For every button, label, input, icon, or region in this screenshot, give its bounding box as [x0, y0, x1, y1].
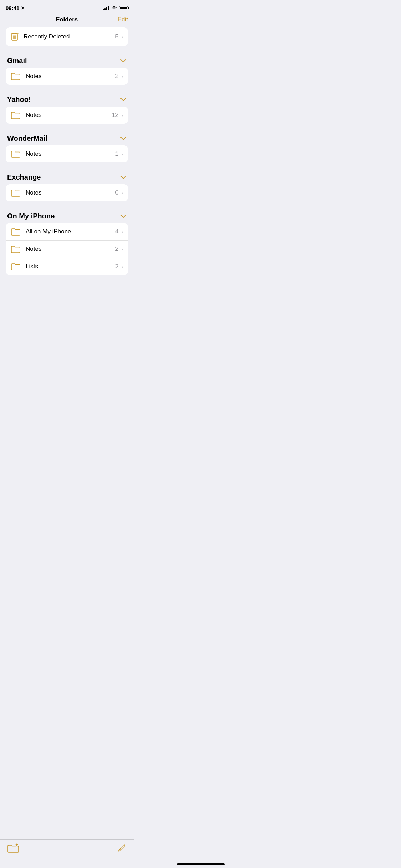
recently-deleted-label: Recently Deleted — [24, 33, 115, 40]
wondermail-chevron-icon — [120, 136, 127, 141]
yahoo-notes-item[interactable]: Notes 12 › — [6, 107, 128, 124]
yahoo-title: Yahoo! — [7, 95, 31, 104]
folder-icon — [11, 189, 21, 197]
on-my-iphone-title: On My iPhone — [7, 212, 55, 220]
all-on-my-iphone-label: All on My iPhone — [26, 228, 115, 235]
chevron-right-icon: › — [122, 151, 123, 157]
on-my-iphone-lists-item[interactable]: Lists 2 › — [6, 258, 128, 275]
on-my-iphone-notes-count: 2 — [115, 246, 118, 253]
location-icon: ➤ — [21, 6, 24, 10]
wondermail-notes-label: Notes — [26, 150, 115, 157]
gmail-header[interactable]: Gmail — [6, 53, 128, 68]
exchange-chevron-icon — [120, 175, 127, 180]
recently-deleted-card: Recently Deleted 5 › — [6, 27, 128, 46]
wondermail-notes-item[interactable]: Notes 1 › — [6, 145, 128, 162]
on-my-iphone-notes-item[interactable]: Notes 2 › — [6, 240, 128, 258]
wifi-icon — [111, 6, 117, 10]
page-title: Folders — [56, 16, 78, 23]
folder-icon — [11, 245, 21, 253]
gmail-notes-item[interactable]: Notes 2 › — [6, 68, 128, 85]
recently-deleted-count: 5 — [115, 33, 118, 40]
wondermail-title: WonderMail — [7, 134, 47, 143]
folder-icon — [11, 150, 21, 158]
wondermail-notes-count: 1 — [115, 150, 118, 157]
exchange-header[interactable]: Exchange — [6, 170, 128, 184]
recently-deleted-item[interactable]: Recently Deleted 5 › — [6, 27, 128, 46]
chevron-right-icon: › — [122, 34, 123, 40]
on-my-iphone-lists-label: Lists — [26, 263, 115, 270]
exchange-title: Exchange — [7, 173, 41, 181]
yahoo-header[interactable]: Yahoo! — [6, 92, 128, 107]
chevron-right-icon: › — [122, 113, 123, 118]
yahoo-notes-label: Notes — [26, 112, 112, 119]
gmail-folders-card: Notes 2 › — [6, 68, 128, 85]
status-icons — [103, 6, 128, 10]
exchange-section: Exchange Notes 0 › — [6, 170, 128, 201]
wondermail-folders-card: Notes 1 › — [6, 145, 128, 162]
exchange-notes-count: 0 — [115, 189, 118, 196]
folder-icon — [11, 263, 21, 270]
battery-icon — [119, 6, 128, 10]
status-time: 09:41 ➤ — [6, 5, 24, 11]
gmail-chevron-icon — [120, 59, 127, 63]
exchange-folders-card: Notes 0 › — [6, 184, 128, 201]
wondermail-header[interactable]: WonderMail — [6, 131, 128, 145]
folder-icon — [11, 111, 21, 119]
on-my-iphone-folders-card: All on My iPhone 4 › Notes 2 › Lists 2 › — [6, 223, 128, 275]
nav-bar: Folders Edit — [0, 13, 134, 27]
exchange-notes-label: Notes — [26, 189, 115, 196]
all-on-my-iphone-item[interactable]: All on My iPhone 4 › — [6, 223, 128, 240]
chevron-right-icon: › — [122, 74, 123, 79]
chevron-right-icon: › — [122, 264, 123, 269]
content-area: Recently Deleted 5 › Gmail Notes 2 › — [0, 27, 134, 311]
on-my-iphone-header[interactable]: On My iPhone — [6, 208, 128, 223]
on-my-iphone-chevron-icon — [120, 214, 127, 218]
exchange-notes-item[interactable]: Notes 0 › — [6, 184, 128, 201]
gmail-notes-label: Notes — [26, 73, 115, 80]
trash-icon — [11, 32, 19, 41]
yahoo-chevron-icon — [120, 98, 127, 102]
folder-icon — [11, 72, 21, 80]
yahoo-section: Yahoo! Notes 12 › — [6, 92, 128, 124]
gmail-section: Gmail Notes 2 › — [6, 53, 128, 85]
gmail-title: Gmail — [7, 57, 27, 65]
yahoo-notes-count: 12 — [112, 112, 119, 119]
chevron-right-icon: › — [122, 247, 123, 252]
chevron-right-icon: › — [122, 229, 123, 234]
all-on-my-iphone-count: 4 — [115, 228, 118, 235]
chevron-right-icon: › — [122, 190, 123, 196]
status-bar: 09:41 ➤ — [0, 0, 134, 13]
yahoo-folders-card: Notes 12 › — [6, 107, 128, 124]
wondermail-section: WonderMail Notes 1 › — [6, 131, 128, 162]
signal-icon — [103, 6, 109, 10]
on-my-iphone-lists-count: 2 — [115, 263, 118, 270]
on-my-iphone-section: On My iPhone All on My iPhone 4 › Notes … — [6, 208, 128, 275]
gmail-notes-count: 2 — [115, 73, 118, 80]
folder-icon — [11, 228, 21, 236]
on-my-iphone-notes-label: Notes — [26, 246, 115, 253]
edit-button[interactable]: Edit — [118, 16, 128, 23]
